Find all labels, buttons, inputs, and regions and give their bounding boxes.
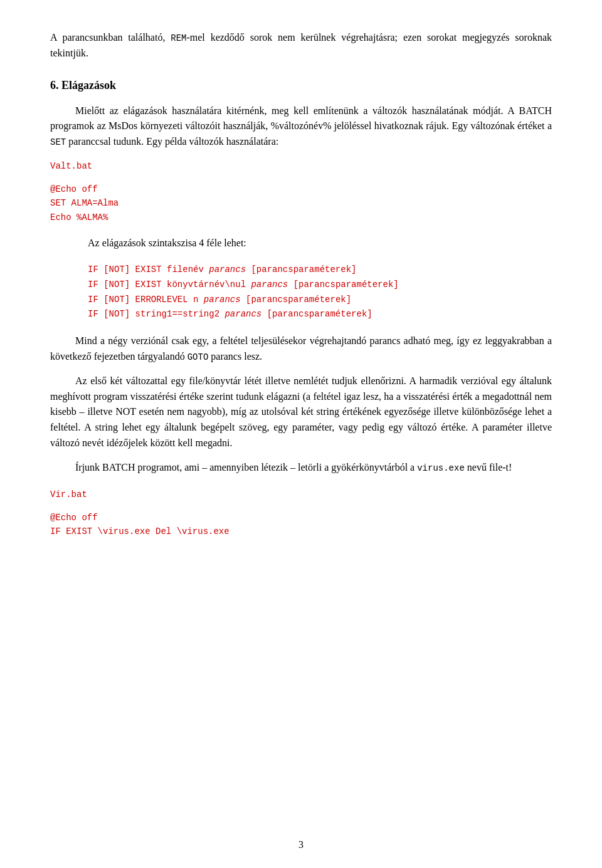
para3: Az első két változattal egy file/könyvtá… (50, 374, 552, 451)
vir-bat-code: @Echo off IF EXIST \virus.exe Del \virus… (50, 511, 552, 539)
para4: Írjunk BATCH programot, ami – amennyiben… (50, 460, 552, 476)
valt-bat-line2: SET ALMA=Alma (50, 196, 552, 210)
if-line4: IF [NOT] string1==string2 parancs [paran… (88, 307, 552, 322)
page: A parancsunkban található, REM-mel kezdő… (0, 0, 602, 868)
intro-paragraph: A parancsunkban található, REM-mel kezdő… (50, 30, 552, 61)
if-line1: IF [NOT] EXIST filenév parancs [parancsp… (88, 263, 552, 278)
virus-exe-inline: virus.exe (417, 463, 465, 473)
valt-bat-block: Valt.bat @Echo off SET ALMA=Alma Echo %A… (50, 161, 552, 224)
para1: Mielőtt az elágazások használatára kitér… (50, 103, 552, 150)
if-line2: IF [NOT] EXIST könyvtárnév\nul parancs [… (88, 278, 552, 293)
para2: Mind a négy verziónál csak egy, a feltét… (50, 333, 552, 365)
if-line3: IF [NOT] ERRORLEVEL n parancs [parancspa… (88, 293, 552, 308)
rem-inline: REM (171, 33, 186, 43)
szintakszis-intro: Az elágazások szintakszisa 4 féle lehet: (88, 236, 552, 251)
if-block: IF [NOT] EXIST filenév parancs [parancsp… (88, 263, 552, 322)
valt-bat-label: Valt.bat (50, 161, 552, 171)
page-number: 3 (0, 839, 602, 850)
vir-bat-block: Vir.bat @Echo off IF EXIST \virus.exe De… (50, 489, 552, 539)
valt-bat-line1: @Echo off (50, 182, 552, 196)
vir-bat-label: Vir.bat (50, 489, 552, 499)
section-heading: 6. Elágazások (50, 79, 552, 92)
valt-bat-line3: Echo %ALMA% (50, 211, 552, 224)
valt-bat-code: @Echo off SET ALMA=Alma Echo %ALMA% (50, 182, 552, 224)
vir-bat-line2: IF EXIST \virus.exe Del \virus.exe (50, 525, 552, 538)
vir-bat-line1: @Echo off (50, 511, 552, 525)
set-inline: SET (50, 137, 66, 147)
goto-inline: GOTO (187, 352, 209, 362)
